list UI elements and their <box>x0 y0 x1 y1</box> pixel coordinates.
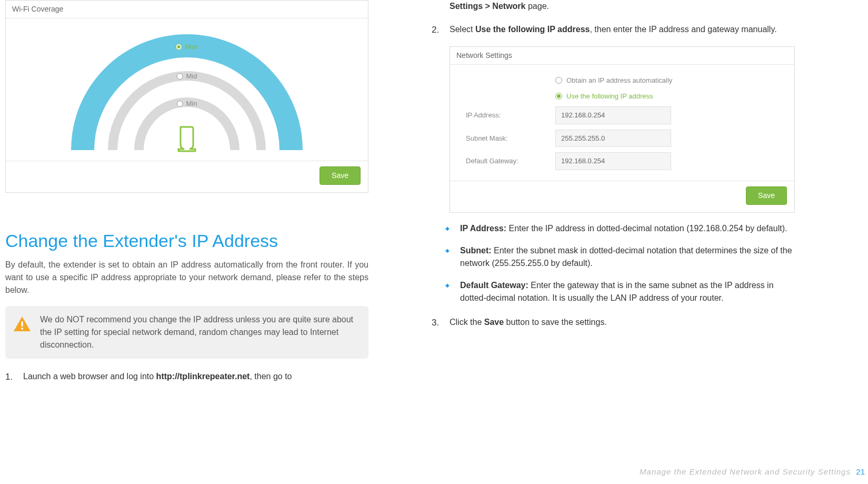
subnet-mask-row: Subnet Mask: 255.255.255.0 <box>466 130 779 147</box>
bullet-label: Default Gateway: <box>460 281 528 290</box>
warning-icon <box>13 315 32 336</box>
section-intro: By default, the extender is set to obtai… <box>5 259 368 297</box>
step-text: , then go to <box>250 372 292 381</box>
network-settings-panel: Network Settings Obtain an IP address au… <box>450 46 795 213</box>
wifi-save-button[interactable]: Save <box>320 166 361 185</box>
bullet-ip-address: IP Address: Enter the IP address in dott… <box>445 222 795 235</box>
section-heading: Change the Extender's IP Address <box>5 230 368 252</box>
step-text: Click the <box>450 318 484 327</box>
radio-obtain-auto[interactable]: Obtain an IP address automatically <box>555 75 779 86</box>
coverage-option-mid[interactable]: Mid <box>177 71 197 82</box>
ip-address-row: IP Address: 192.168.0.254 <box>466 106 779 124</box>
subnet-mask-input[interactable]: 255.255.255.0 <box>555 130 671 147</box>
step-1: Launch a web browser and log into http:/… <box>5 370 368 383</box>
wifi-coverage-body: Max Mid Min <box>6 18 368 161</box>
wifi-coverage-panel: Wi-Fi Coverage Max Mid <box>5 0 368 193</box>
svg-point-1 <box>21 328 23 330</box>
step-3: Click the Save button to save the settin… <box>432 316 795 329</box>
network-save-button[interactable]: Save <box>746 186 787 205</box>
field-label: Subnet Mask: <box>466 133 555 144</box>
coverage-option-min[interactable]: Min <box>177 98 197 109</box>
radio-icon <box>177 73 183 80</box>
extender-device-icon <box>175 124 198 156</box>
bullet-text: Enter the IP address in dotted-decimal n… <box>506 224 787 233</box>
page-number: 21 <box>856 467 865 476</box>
radio-icon <box>176 44 182 50</box>
step-bold: Settings > Network <box>450 2 525 11</box>
ip-address-input[interactable]: 192.168.0.254 <box>555 106 671 124</box>
svg-rect-0 <box>21 321 23 327</box>
step-text: page. <box>525 2 548 11</box>
step-1-continued: Settings > Network page. <box>450 0 795 13</box>
coverage-label: Max <box>185 42 198 52</box>
default-gateway-input[interactable]: 192.168.0.254 <box>555 152 671 170</box>
default-gateway-row: Default Gateway: 192.168.0.254 <box>466 152 779 170</box>
step-text: button to save the settings. <box>504 318 607 327</box>
bullet-text: Enter the subnet mask in dotted-decimal … <box>460 246 792 268</box>
step-text: , then enter the IP address and gateway … <box>590 25 776 34</box>
bullet-subnet: Subnet: Enter the subnet mask in dotted-… <box>445 244 795 270</box>
radio-icon <box>555 93 562 100</box>
network-panel-title: Network Settings <box>450 47 794 65</box>
radio-label: Obtain an IP address automatically <box>566 75 672 86</box>
footer-text: Manage the Extended Network and Security… <box>640 467 851 476</box>
bullet-default-gateway: Default Gateway: Enter the gateway that … <box>445 279 795 304</box>
coverage-option-max[interactable]: Max <box>176 42 198 52</box>
field-label: Default Gateway: <box>466 156 555 166</box>
warning-text: We do NOT recommend you change the IP ad… <box>40 313 359 351</box>
wifi-panel-title: Wi-Fi Coverage <box>6 1 368 18</box>
radio-use-following[interactable]: Use the following IP address <box>555 91 779 102</box>
step-url: http://tplinkrepeater.net <box>156 372 250 381</box>
step-2: Select Use the following IP address, the… <box>432 23 795 36</box>
bullet-label: Subnet: <box>460 246 492 255</box>
radio-icon <box>555 77 562 84</box>
coverage-label: Min <box>186 98 197 109</box>
step-text: Launch a web browser and log into <box>23 372 156 381</box>
radio-icon <box>177 101 183 107</box>
step-text: Select <box>450 25 475 34</box>
page-footer: Manage the Extended Network and Security… <box>640 466 865 478</box>
radio-label: Use the following IP address <box>566 91 653 102</box>
field-label: IP Address: <box>466 110 555 121</box>
step-bold: Save <box>484 318 504 327</box>
warning-box: We do NOT recommend you change the IP ad… <box>5 306 368 359</box>
coverage-label: Mid <box>186 71 197 82</box>
bullet-label: IP Address: <box>460 224 506 233</box>
step-bold: Use the following IP address <box>475 25 590 34</box>
